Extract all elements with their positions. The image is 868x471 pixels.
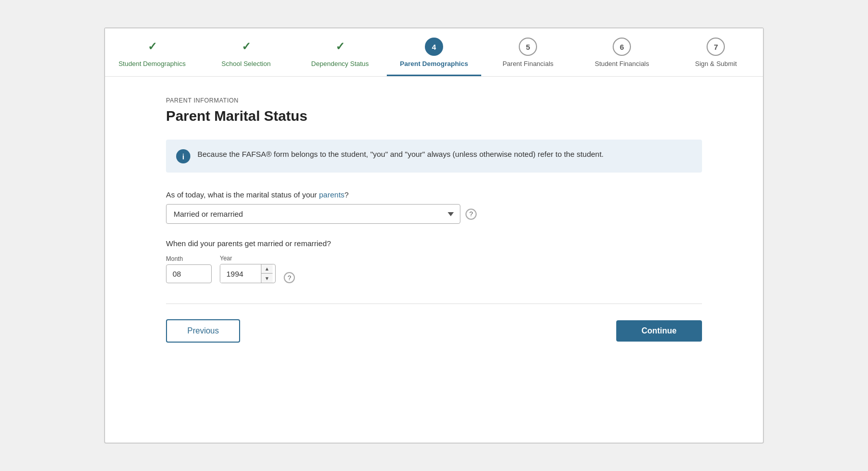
continue-button[interactable]: Continue <box>616 320 702 342</box>
step-7-label: Sign & Submit <box>695 60 737 68</box>
year-label: Year <box>220 255 276 262</box>
select-wrapper: Married or remarried Never married Divor… <box>166 204 702 224</box>
step-4-circle: 4 <box>425 38 443 56</box>
marriage-date-question: When did your parents get married or rem… <box>166 239 702 248</box>
previous-button[interactable]: Previous <box>166 319 240 343</box>
marital-status-question: As of today, what is the marital status … <box>166 190 702 199</box>
step-dependency-status[interactable]: ✓ Dependency Status <box>293 28 387 76</box>
info-banner-text: Because the FAFSA® form belongs to the s… <box>197 149 604 160</box>
date-help-icon[interactable]: ? <box>284 272 295 283</box>
step-6-label: Student Financials <box>595 60 649 68</box>
step-sign-submit[interactable]: 7 Sign & Submit <box>669 28 763 76</box>
year-spinners: ▲ ▼ <box>261 264 273 283</box>
marriage-date-group: When did your parents get married or rem… <box>166 239 702 283</box>
month-field: Month <box>166 255 212 283</box>
question-suffix: ? <box>345 190 349 199</box>
month-label: Month <box>166 255 212 262</box>
step-4-label: Parent Demographics <box>400 60 468 68</box>
main-container: ✓ Student Demographics ✓ School Selectio… <box>104 27 764 444</box>
year-field: Year ▲ ▼ <box>220 255 276 283</box>
year-input[interactable] <box>220 265 261 283</box>
step-3-circle: ✓ <box>331 38 349 56</box>
step-parent-demographics[interactable]: 4 Parent Demographics <box>387 28 481 76</box>
question-prefix: As of today, what is the marital status … <box>166 190 319 199</box>
year-up-button[interactable]: ▲ <box>261 264 273 274</box>
year-down-button[interactable]: ▼ <box>261 274 273 283</box>
date-row: Month Year ▲ ▼ ? <box>166 255 702 283</box>
marital-status-select[interactable]: Married or remarried Never married Divor… <box>166 204 460 224</box>
year-input-wrapper: ▲ ▼ <box>220 264 276 283</box>
step-1-circle: ✓ <box>143 38 161 56</box>
step-student-financials[interactable]: 6 Student Financials <box>575 28 669 76</box>
step-7-circle: 7 <box>707 38 725 56</box>
step-student-demographics[interactable]: ✓ Student Demographics <box>105 28 199 76</box>
divider <box>166 304 702 304</box>
main-content: PARENT INFORMATION Parent Marital Status… <box>105 77 763 373</box>
step-5-circle: 5 <box>519 38 537 56</box>
step-2-label: School Selection <box>221 60 271 68</box>
step-6-circle: 6 <box>613 38 631 56</box>
marital-status-help-icon[interactable]: ? <box>465 209 477 220</box>
parents-link[interactable]: parents <box>319 190 345 199</box>
step-school-selection[interactable]: ✓ School Selection <box>199 28 293 76</box>
month-input[interactable] <box>166 264 212 283</box>
info-icon: i <box>176 149 190 163</box>
button-row: Previous Continue <box>166 319 702 343</box>
marital-status-group: As of today, what is the marital status … <box>166 190 702 224</box>
step-parent-financials[interactable]: 5 Parent Financials <box>481 28 575 76</box>
section-label: PARENT INFORMATION <box>166 97 702 104</box>
step-2-circle: ✓ <box>237 38 255 56</box>
step-3-label: Dependency Status <box>311 60 369 68</box>
step-1-label: Student Demographics <box>118 60 185 68</box>
progress-bar: ✓ Student Demographics ✓ School Selectio… <box>105 28 763 77</box>
step-5-label: Parent Financials <box>503 60 553 68</box>
info-banner: i Because the FAFSA® form belongs to the… <box>166 140 702 173</box>
page-title: Parent Marital Status <box>166 108 702 124</box>
